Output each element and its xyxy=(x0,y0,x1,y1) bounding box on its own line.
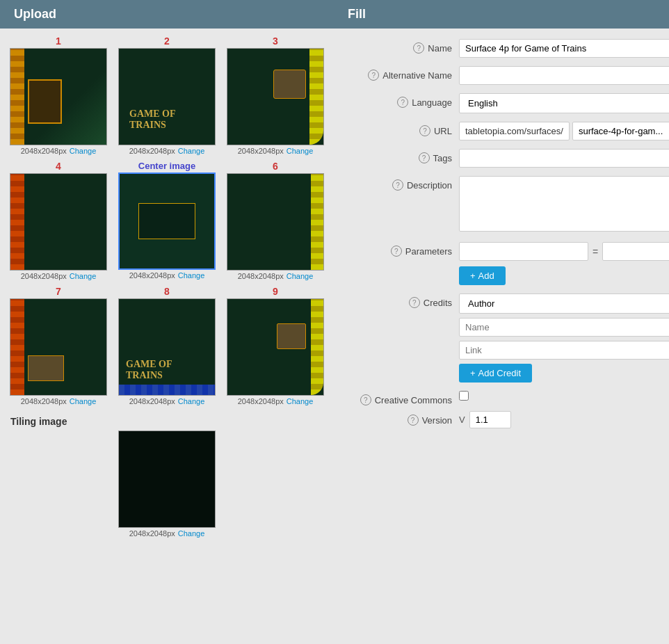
image-change-3[interactable]: Change xyxy=(287,147,314,155)
image-info-3: 2048x2048px Change xyxy=(238,147,314,155)
creative-commons-control xyxy=(459,391,669,401)
credits-help-icon[interactable]: ? xyxy=(409,297,420,308)
image-info-8: 2048x2048px Change xyxy=(129,397,205,405)
image-thumb-6 xyxy=(227,173,324,271)
creative-commons-row: ? Creative Commons xyxy=(348,391,669,405)
image-thumb-3 xyxy=(227,48,324,145)
image-size-6: 2048x2048px xyxy=(238,272,284,280)
url-input-row: tabletopia.com/surfaces/ xyxy=(459,122,669,140)
tiling-thumb xyxy=(118,430,216,528)
image-change-7[interactable]: Change xyxy=(70,397,97,405)
image-info-2: 2048x2048px Change xyxy=(129,147,205,155)
tags-label-area: ? Tags xyxy=(348,149,459,163)
image-info-1: 2048x2048px Change xyxy=(21,147,97,155)
image-cell-3: 3 2048x2048px Change xyxy=(224,35,327,155)
url-label-area: ? URL xyxy=(348,122,459,136)
image-change-6[interactable]: Change xyxy=(287,272,314,280)
credits-row: ? Credits Author Artist Contributor Desi… xyxy=(348,293,669,383)
param-value-input[interactable] xyxy=(602,242,669,261)
image-info-9: 2048x2048px Change xyxy=(238,397,314,405)
creative-commons-label: Creative Commons xyxy=(375,395,452,405)
image-number-9: 9 xyxy=(273,286,278,297)
tiling-cell: 2048x2048px Change xyxy=(10,430,323,538)
image-number-8: 8 xyxy=(164,286,170,297)
image-cell-4: 4 2048x2048px Change xyxy=(7,161,110,280)
image-info-6: 2048x2048px Change xyxy=(238,272,314,280)
image-size-1: 2048x2048px xyxy=(21,147,67,155)
parameters-row: ? Parameters = + Add xyxy=(348,242,669,285)
image-number-2: 2 xyxy=(164,35,170,47)
alt-name-control xyxy=(459,66,669,85)
image-change-8[interactable]: Change xyxy=(178,397,205,405)
description-textarea[interactable] xyxy=(459,176,669,232)
version-help-icon[interactable]: ? xyxy=(408,414,419,426)
description-help-icon[interactable]: ? xyxy=(392,179,403,191)
name-label-area: ? Name xyxy=(348,39,459,54)
image-cell-9: 9 2048x2048px Change xyxy=(224,286,327,405)
add-parameter-button[interactable]: + Add xyxy=(459,266,506,285)
image-thumb-center xyxy=(118,172,216,270)
name-help-icon[interactable]: ? xyxy=(413,42,424,54)
parameters-control: = + Add xyxy=(459,242,669,285)
image-cell-center: Center image 2048x2048px Change xyxy=(115,161,218,280)
upload-panel: Upload 1 2048x2048px Change 2 2048x2048p… xyxy=(0,0,334,644)
image-number-4: 4 xyxy=(56,161,61,172)
image-thumb-9 xyxy=(227,298,324,396)
credits-section: Author Artist Contributor Designer + Add… xyxy=(459,293,669,383)
image-change-1[interactable]: Change xyxy=(70,147,97,155)
fill-header: Fill xyxy=(334,0,669,29)
image-number-1: 1 xyxy=(56,35,61,47)
image-size-8: 2048x2048px xyxy=(129,397,175,405)
creative-commons-help-icon[interactable]: ? xyxy=(360,394,371,405)
fill-panel: Fill ? Name ? Alternative Name xyxy=(334,0,669,644)
tags-label: Tags xyxy=(433,153,452,163)
add-parameter-label: Add xyxy=(478,271,494,281)
image-number-center: Center image xyxy=(138,161,195,171)
credits-link-input[interactable] xyxy=(459,341,669,360)
version-label-area: ? Version xyxy=(348,411,459,426)
add-parameter-icon: + xyxy=(470,271,476,281)
image-change-4[interactable]: Change xyxy=(70,272,97,280)
tags-input[interactable] xyxy=(459,149,669,168)
add-credit-icon: + xyxy=(470,368,476,378)
name-control xyxy=(459,39,669,58)
creative-commons-checkbox[interactable] xyxy=(459,391,469,401)
version-input[interactable] xyxy=(469,411,511,428)
upload-header: Upload xyxy=(0,0,334,29)
description-label-area: ? Description xyxy=(348,176,459,191)
image-change-9[interactable]: Change xyxy=(287,397,314,405)
tiling-change[interactable]: Change xyxy=(178,529,205,538)
image-size-9: 2048x2048px xyxy=(238,397,284,405)
param-key-input[interactable] xyxy=(459,242,588,261)
version-control: V xyxy=(459,411,669,428)
cc-checkbox-row xyxy=(459,391,669,401)
version-row: ? Version V xyxy=(348,411,669,428)
image-change-center[interactable]: Change xyxy=(178,271,205,280)
name-input[interactable] xyxy=(459,39,669,58)
credits-label-area: ? Credits xyxy=(348,293,459,308)
parameters-help-icon[interactable]: ? xyxy=(391,245,402,257)
language-label: Language xyxy=(412,97,452,108)
image-info-7: 2048x2048px Change xyxy=(21,397,97,405)
url-control: tabletopia.com/surfaces/ xyxy=(459,122,669,140)
alt-name-help-icon[interactable]: ? xyxy=(368,70,379,81)
language-select[interactable]: English French German Spanish xyxy=(459,93,669,113)
alt-name-input[interactable] xyxy=(459,66,669,85)
image-info-center: 2048x2048px Change xyxy=(129,271,205,280)
language-help-icon[interactable]: ? xyxy=(397,97,408,108)
add-credit-button[interactable]: + Add Credit xyxy=(459,364,532,383)
image-number-7: 7 xyxy=(56,286,61,297)
url-slug-input[interactable] xyxy=(572,122,669,140)
tags-control xyxy=(459,149,669,168)
parameters-label: Parameters xyxy=(405,246,452,257)
image-change-2[interactable]: Change xyxy=(178,147,205,155)
url-help-icon[interactable]: ? xyxy=(419,125,430,136)
image-size-2: 2048x2048px xyxy=(129,147,175,155)
version-input-row: V xyxy=(459,411,669,428)
credits-name-input[interactable] xyxy=(459,318,669,337)
tags-row: ? Tags xyxy=(348,149,669,168)
credits-type-select[interactable]: Author Artist Contributor Designer xyxy=(459,293,669,314)
url-base: tabletopia.com/surfaces/ xyxy=(459,122,570,140)
tags-help-icon[interactable]: ? xyxy=(419,152,430,163)
image-cell-6: 6 2048x2048px Change xyxy=(224,161,327,280)
